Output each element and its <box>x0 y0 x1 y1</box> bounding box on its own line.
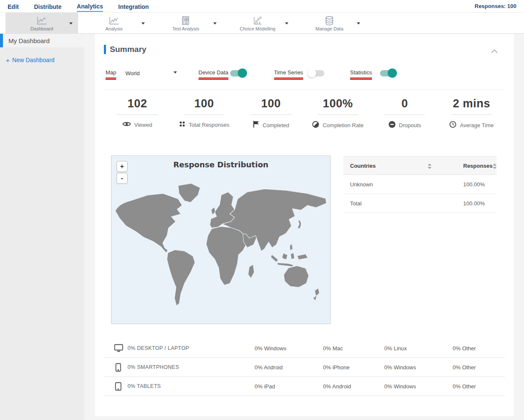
table-row: 0% SMARTPHONES 0% Android 0% iPhone 0% W… <box>104 358 505 377</box>
responses-count: Responses: 100 <box>475 3 516 9</box>
device-value: 0% iPhone <box>323 364 350 371</box>
countries-column-header[interactable]: Countries <box>350 163 376 169</box>
stat-value: 102 <box>104 97 171 110</box>
table-row: 0% DESKTOP / LAPTOP 0% Windows 0% Mac 0%… <box>104 339 505 358</box>
divider <box>117 115 157 115</box>
stat-value: 100 <box>171 97 237 110</box>
map-region-value: World <box>125 70 140 76</box>
smartphone-icon <box>115 363 121 374</box>
new-dashboard-button[interactable]: + New Dashboard <box>6 57 84 63</box>
toolbar-choice-modelling[interactable]: Choice Modelling <box>221 13 294 34</box>
sort-icon[interactable] <box>428 164 432 170</box>
country-name: Total <box>350 200 361 207</box>
analytics-toolbar: Dashboard Analysis Text Analysis <box>0 13 524 34</box>
desktop-icon <box>114 344 123 354</box>
chevron-down-icon[interactable] <box>285 22 288 25</box>
nav-integration[interactable]: Integration <box>118 1 149 11</box>
map-region-select[interactable]: World <box>125 69 177 77</box>
stat-average-time: 2 mins Average Time <box>438 97 505 130</box>
chevron-down-icon[interactable] <box>69 22 73 25</box>
toolbar-analysis[interactable]: Analysis <box>78 13 150 34</box>
stat-label: Dropouts <box>399 122 421 128</box>
divider <box>184 115 224 115</box>
map-title: Response Distribution <box>111 160 330 169</box>
stat-total-responses: 100 Total Responses <box>171 97 237 130</box>
statistics-label: Statistics <box>350 69 372 80</box>
dashboard-sidebar: My Dashboard + New Dashboard <box>0 34 84 420</box>
country-name: Unknown <box>350 181 373 188</box>
stat-value: 100% <box>304 97 371 110</box>
stat-label: Completion Rate <box>323 122 364 128</box>
stat-label: Average Time <box>460 122 494 128</box>
table-row: Unknown 100.00% <box>343 175 497 194</box>
map-label: Map <box>106 69 116 80</box>
device-value: 0% Windows <box>384 383 416 390</box>
nav-analytics[interactable]: Analytics <box>77 1 103 12</box>
chevron-down-icon <box>174 71 177 74</box>
divider <box>451 115 492 115</box>
toolbar-dashboard[interactable]: Dashboard <box>5 13 78 34</box>
device-category: 0% TABLETS <box>128 383 161 389</box>
country-responses: 100.00% <box>463 181 485 188</box>
device-value: 0% Other <box>453 345 476 352</box>
stat-dropouts: 0 Dropouts <box>371 97 438 130</box>
line-chart-icon <box>36 16 47 26</box>
chevron-down-icon[interactable] <box>357 22 360 25</box>
flag-icon <box>253 121 259 129</box>
eye-icon <box>122 121 131 128</box>
responses-column-header[interactable]: Responses <box>463 163 492 169</box>
stat-label: Total Responses <box>189 122 229 128</box>
chevron-down-icon[interactable] <box>141 22 145 25</box>
toolbar-choice-modelling-label: Choice Modelling <box>240 26 275 31</box>
dots-icon <box>179 121 185 129</box>
statistics-toggle[interactable] <box>380 70 396 76</box>
scatter-chart-icon <box>252 16 263 26</box>
device-data-label: Device Data <box>198 69 228 80</box>
plus-icon: + <box>6 57 10 63</box>
response-distribution-map: Response Distribution + - <box>111 155 331 324</box>
collapse-chevron-up-icon[interactable] <box>491 47 498 55</box>
sort-icon[interactable] <box>493 164 497 170</box>
minus-circle-icon <box>388 121 396 130</box>
countries-table: Countries Responses Unknown 100.00% Tota… <box>343 156 497 213</box>
device-value: 0% Windows <box>255 345 286 352</box>
device-value: 0% Other <box>453 383 476 390</box>
line-chart-icon <box>109 16 119 26</box>
table-row: Total 100.00% <box>343 194 497 213</box>
table-row: 0% TABLETS 0% iPad 0% Android 0% Windows… <box>104 377 505 396</box>
toolbar-manage-data[interactable]: Manage Data <box>293 13 366 34</box>
nav-edit[interactable]: Edit <box>8 1 19 11</box>
stat-completion-rate: 100% Completion Rate <box>304 97 371 130</box>
stat-value: 0 <box>371 97 438 110</box>
device-data-table: 0% DESKTOP / LAPTOP 0% Windows 0% Mac 0%… <box>104 339 505 396</box>
map-zoom-in-button[interactable]: + <box>117 161 128 172</box>
stat-label: Completed <box>263 122 289 128</box>
device-value: 0% Android <box>323 383 351 390</box>
summary-controls: Map World Device Data Time Series Statis… <box>95 67 514 84</box>
world-map[interactable] <box>114 180 329 312</box>
accent-bar <box>104 45 106 54</box>
sidebar-item-my-dashboard[interactable]: My Dashboard <box>0 34 84 47</box>
divider <box>104 90 505 90</box>
time-series-toggle[interactable] <box>308 70 324 76</box>
device-category: 0% DESKTOP / LAPTOP <box>128 345 189 351</box>
half-circle-icon <box>312 121 319 130</box>
device-data-toggle[interactable] <box>230 70 246 76</box>
database-icon <box>324 16 334 26</box>
stats-row: 102 Viewed 100 <box>104 97 505 130</box>
device-value: 0% Other <box>453 364 476 371</box>
device-value: 0% Windows <box>384 364 416 371</box>
stat-completed: 100 Completed <box>238 97 304 130</box>
toggle-knob <box>238 68 247 78</box>
nav-distribute[interactable]: Distribute <box>34 1 61 11</box>
summary-card: Summary Map World Device Data Time Serie… <box>95 34 514 416</box>
new-dashboard-label: New Dashboard <box>12 57 54 63</box>
device-category: 0% SMARTPHONES <box>128 364 179 370</box>
device-value: 0% iPad <box>255 383 275 390</box>
chevron-down-icon[interactable] <box>213 22 217 25</box>
toolbar-dashboard-label: Dashboard <box>30 26 53 31</box>
document-grid-icon <box>181 16 190 26</box>
country-responses: 100.00% <box>463 200 485 207</box>
toolbar-text-analysis[interactable]: Text Analysis <box>149 13 222 34</box>
toggle-knob <box>307 69 316 78</box>
